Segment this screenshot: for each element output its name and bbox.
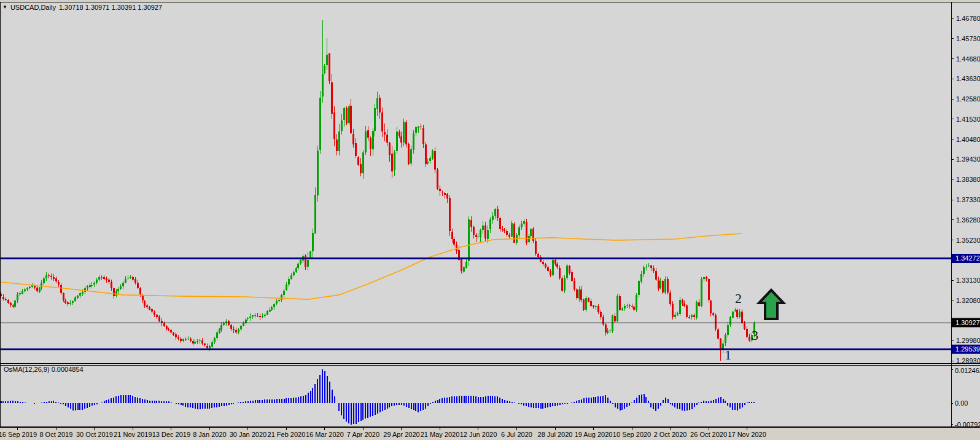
candle-body [597,306,599,312]
candle-body [621,308,623,310]
candle-body [441,192,443,193]
candle-body [497,209,499,218]
candle-body [14,301,16,307]
wave-label-1[interactable]: 1 [725,347,731,363]
candle-body [156,315,158,317]
candle-body [619,296,621,310]
candle-body [106,278,107,280]
candle-body [574,281,575,289]
candle-body [434,151,436,170]
candle-body [727,325,729,335]
time-tick-label[interactable]: 26 Oct 2020 [690,431,727,438]
candle-body [266,311,268,314]
candle-body [288,279,290,285]
time-tick-label[interactable]: 30 Oct 2019 [76,431,113,438]
candle-body [166,326,168,329]
time-tick-label[interactable]: 19 Aug 2020 [575,431,613,438]
candle-body [247,318,249,319]
chart-window: 1.467801.457301.446801.436301.425801.415… [0,0,980,440]
candle-body [230,325,232,329]
candle-body [508,235,510,237]
candle-body [262,316,263,317]
candle-body [715,315,717,329]
candle-body [405,122,407,144]
candle-body [746,329,748,337]
candle-body [101,277,103,278]
candle-body [600,312,602,317]
time-tick-label[interactable]: 16 Mar 2020 [306,431,344,438]
candle-body [725,335,726,344]
candle-body [667,279,669,293]
candle-body [276,301,278,304]
time-tick-label[interactable]: 21 Feb 2020 [268,431,306,438]
candle-body [403,122,405,143]
time-tick-label[interactable]: 2 Oct 2020 [654,431,687,438]
candle-body [182,339,184,341]
candle-body [662,281,664,293]
candle-body [655,271,657,280]
candle-body [43,278,45,283]
time-tick-label[interactable]: 29 Apr 2020 [383,431,419,438]
wave-label-2[interactable]: 2 [735,291,742,307]
candle-body [468,219,470,261]
candle-body [607,331,609,332]
candle-body [513,224,515,243]
candle-body [658,280,659,288]
candle-body [177,337,179,339]
candle-body [26,288,28,289]
time-tick-label[interactable]: 16 Sep 2019 [0,431,37,438]
candle-body [749,337,750,340]
time-tick-label[interactable]: 28 Jul 2020 [538,431,573,438]
time-tick-label[interactable]: 6 Jul 2020 [501,431,532,438]
candle-body [545,264,546,267]
time-tick-label[interactable]: 7 Apr 2020 [347,431,379,438]
time-tick-label[interactable]: 8 Jan 2020 [193,431,226,438]
candle-body [465,262,467,268]
candle-body [149,307,150,309]
candle-body [346,108,348,124]
candle-body [429,158,431,161]
time-tick-label[interactable]: 8 Oct 2019 [39,431,72,438]
candle-body [58,282,60,285]
candle-body [706,277,707,279]
candle-body [379,98,381,112]
candle-body [103,277,105,279]
candle-body [113,288,115,296]
candle-body [283,291,285,295]
time-tick-label[interactable]: 17 Nov 2020 [728,431,766,438]
wave-label-3[interactable]: 3 [752,328,758,344]
time-tick-label[interactable]: 30 Jan 2020 [230,431,267,438]
candle-body [609,331,611,331]
time-tick-label[interactable]: 21 Nov 2019 [114,431,152,438]
candle-body [506,231,508,235]
candle-body [580,289,582,300]
chart-canvas[interactable]: 1.467801.457301.446801.436301.425801.415… [0,0,980,440]
candle-body [329,53,330,82]
candle-body [408,144,410,164]
candle-body [91,285,93,286]
candle-body [295,268,297,272]
symbol-dropdown-icon[interactable]: ▼ [2,5,7,10]
candle-body [120,286,122,289]
candle-body [648,265,650,266]
candle-body [612,315,613,331]
candle-body [336,139,338,151]
candle-body [578,289,580,299]
time-tick-label[interactable]: 21 May 2020 [421,431,460,438]
candle-body [679,300,681,313]
candle-body [736,310,738,317]
time-tick-label[interactable]: 13 Dec 2019 [152,431,190,438]
candle-body [235,330,237,332]
candle-body [444,193,446,195]
candle-body [446,194,448,198]
time-tick-label[interactable]: 12 Jun 2020 [460,431,497,438]
candle-body [550,271,551,275]
price-tick-label: 1.41530 [956,116,980,123]
candle-body [482,226,484,230]
candle-body [72,301,74,303]
candle-body [593,305,594,307]
price-tick-label: 1.35230 [956,237,980,244]
candle-body [93,283,95,285]
candle-body [240,326,242,329]
time-tick-label[interactable]: 10 Sep 2020 [613,431,651,438]
